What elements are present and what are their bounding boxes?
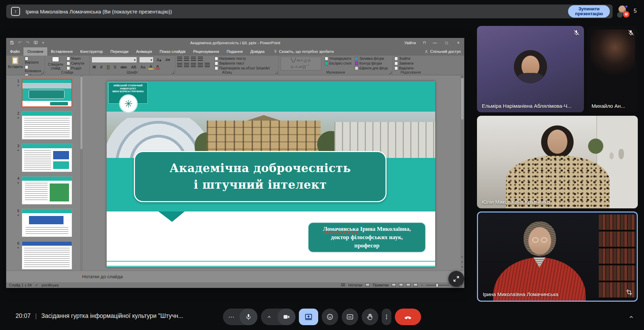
notes-pane[interactable]: Нотатки до слайда [6,271,464,282]
crop-icon[interactable] [626,289,633,297]
shapes-gallery[interactable]: ╲╱▭○△◇ ▷☆▱{}⌒ [281,57,321,70]
paragraph-dialog-launcher[interactable] [275,72,277,74]
comments-toggle-label[interactable]: Примітки [373,283,389,287]
slide-canvas[interactable]: КИЇВСЬКИЙ СТОЛИЧНИЙ УНІВЕРСИТЕТ ІМЕНІ БО… [107,81,435,267]
tab-animations[interactable]: Анімація [132,47,156,56]
normal-view-icon[interactable] [392,283,396,287]
captions-button[interactable]: CC [342,309,358,325]
shape-fill-button[interactable]: Заливка фігури [355,57,388,60]
camera-button[interactable] [277,309,295,325]
shrink-font-button[interactable]: А▾ [164,57,171,62]
tab-transitions[interactable]: Переходи [107,47,132,56]
thumbnail-row-2[interactable]: 2✶ [12,111,72,140]
thumbnail-row-1[interactable]: 1✶ [12,79,72,107]
thumbnail-row-4[interactable]: 4✶ [12,176,72,205]
video-tile-iryna-speaking[interactable]: Ірина Миколаївна Ломачинська [477,211,638,302]
reactions-button[interactable] [322,309,338,325]
underline-button[interactable]: П [106,65,110,69]
find-button[interactable]: Знайти [394,57,413,60]
slide-thumbnail-2[interactable] [22,111,72,140]
share-button[interactable]: Спільний доступ [424,47,461,56]
strikethrough-button[interactable]: abc [119,65,128,69]
tell-me-search[interactable]: Скажіть, що потрібно зробити [273,47,334,56]
slide-thumbnail-1[interactable] [22,79,72,107]
numbering-icon[interactable] [184,57,189,61]
reading-view-icon[interactable] [406,283,410,287]
font-dialog-launcher[interactable] [172,72,174,74]
tab-slideshow[interactable]: Показ слайдів [156,47,189,56]
tab-view[interactable]: Подання [223,47,246,56]
slide-scrollbar[interactable]: ▲ ▲ ▼ ▼ [460,75,464,271]
end-call-button[interactable] [395,309,421,325]
tab-design[interactable]: Конструктор [76,47,107,56]
slide-thumbnail-3[interactable] [22,144,72,172]
font-name-combo[interactable]: ▾ [91,57,137,63]
camera-control[interactable] [261,309,295,325]
font-size-combo[interactable]: ▾ [139,57,154,63]
thumbnail-scrollbar[interactable] [80,75,83,271]
language-indicator[interactable]: російська [42,283,59,287]
select-button[interactable]: Виділити [394,66,413,70]
slide-thumbnail-6[interactable] [22,241,72,270]
slideshow-view-icon[interactable] [413,283,418,287]
mic-control[interactable]: ⋯ [223,309,257,325]
ribbon-display-options-icon[interactable]: ⊓ [420,40,429,45]
slide-sorter-view-icon[interactable] [399,283,403,287]
tab-review[interactable]: Рецензування [189,47,223,56]
raise-hand-button[interactable] [362,309,378,325]
scrollbar-thumb[interactable] [80,77,82,149]
notes-toggle-label[interactable]: Нотатки [348,283,362,287]
tab-help[interactable]: Довідка [246,47,268,56]
video-tile-yuliia[interactable]: Юлія Миколаївна Кравченко [477,116,638,208]
decrease-indent-icon[interactable] [191,57,196,61]
qat-customize-icon[interactable]: ▾ [42,40,45,45]
notes-toggle-icon[interactable] [341,284,345,287]
tab-file[interactable]: Файл [6,47,23,56]
thumbnail-row-6[interactable]: 6✶ [12,241,72,270]
save-icon[interactable] [10,40,14,45]
camera-options-icon[interactable] [261,314,277,320]
signin-button[interactable]: Увійти [400,41,420,45]
character-spacing-button[interactable]: АВ [130,65,137,69]
maximize-button[interactable]: □ [441,38,452,47]
video-tile-elmira[interactable]: Ельміра Наріманівна Аблялімова-Ч... [477,26,584,112]
highlight-color-button[interactable]: А [148,64,153,69]
bullets-icon[interactable] [177,57,182,61]
align-center-icon[interactable] [184,63,189,67]
zoom-slider-thumb[interactable] [436,283,438,287]
video-tile-mykhailo[interactable]: Михайло Ан... [587,26,638,112]
zoom-out-button[interactable]: − [421,283,423,287]
smartart-button[interactable]: Перетворити на об'єкт SmartArt [215,66,270,70]
reset-button[interactable]: Скинути [67,62,84,65]
thumbnail-row-3[interactable]: 3✶ [12,144,72,172]
participants-indicator[interactable]: M 5 [616,5,643,19]
expand-presentation-button[interactable] [448,271,464,287]
scrollbar-thumb[interactable] [461,78,464,120]
collapse-controls-button[interactable] [628,314,634,321]
grow-font-button[interactable]: А▴ [156,57,162,62]
section-button[interactable]: Розділ [67,66,84,70]
align-right-icon[interactable] [191,63,196,67]
redo-icon[interactable]: ↷ [26,40,29,45]
ppt-titlebar[interactable]: ↶ ↷ ▾ Академічна доброчесність і ШІ..ppt… [6,38,464,47]
arrange-button[interactable]: Упорядкувати [325,57,351,60]
text-shadow-button[interactable]: S [113,65,117,69]
text-direction-button[interactable]: Напрямок тексту [215,57,270,60]
previous-slide-icon[interactable]: ▲ [460,255,464,260]
tab-insert[interactable]: Вставлення [47,47,77,56]
change-case-button[interactable]: Аа [139,65,146,69]
copy-button[interactable]: Копіювати [25,65,43,73]
cut-button[interactable]: Вирізати [25,57,43,64]
bold-button[interactable]: Ж [91,65,97,69]
mic-options-icon[interactable]: ⋯ [223,313,240,321]
present-screen-button-active[interactable] [299,309,318,325]
shape-outline-button[interactable]: Контур фігури [355,62,388,65]
comments-icon[interactable] [365,283,370,287]
undo-icon[interactable]: ↶ [18,40,22,45]
tab-home[interactable]: Основне [23,47,47,56]
stop-presenting-button[interactable]: Зупинити презентацію [568,5,610,18]
layout-button[interactable]: Макет [67,57,84,60]
more-options-button[interactable] [382,309,391,325]
start-slideshow-icon[interactable] [33,40,38,45]
thumbnail-row-5[interactable]: 5✶ [12,209,72,237]
